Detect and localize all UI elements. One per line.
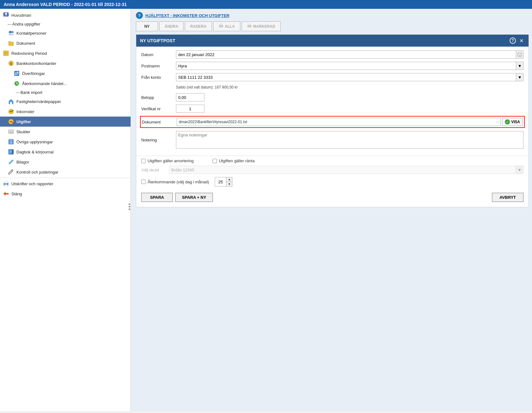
svg-rect-4 — [3, 51, 9, 56]
sidebar-label-redovisning: Redovisning Period — [11, 51, 47, 56]
datum-input[interactable] — [176, 50, 516, 59]
spinner-down-button[interactable]: ▼ — [226, 182, 232, 186]
sidebar-label-dagbok: Dagbok & körjournal — [16, 150, 54, 154]
recurring-checkbox-item[interactable]: Återkommande (välj dag i månad) — [141, 180, 209, 184]
notering-row: Notering — [141, 131, 523, 149]
sidebar-item-stang[interactable]: Stäng — [0, 189, 131, 199]
radera-button[interactable]: RADERA — [185, 21, 212, 31]
postnamn-input[interactable] — [176, 62, 516, 70]
dialog-header-buttons: ? ✕ — [510, 37, 525, 44]
sidebar-item-bilagor[interactable]: Bilagor — [0, 157, 131, 167]
andra-button[interactable]: ÄNDRA — [159, 21, 184, 31]
dokument-label: Dokument — [142, 120, 177, 124]
amortering-checkbox-item[interactable]: Utgiften gäller amortering — [141, 158, 194, 163]
sidebar-item-dagbok[interactable]: Dagbok & körjournal — [0, 147, 131, 157]
svg-rect-35 — [220, 24, 222, 26]
dokument-value: dman2022\Bankfiler\Hyresavi2022-01.txt — [177, 119, 496, 125]
sidebar-item-ovriga[interactable]: Övriga upplysningar — [0, 137, 131, 147]
sidebar-label-utgifter: Utgifter — [16, 119, 31, 124]
ny-button[interactable]: NY — [136, 21, 158, 31]
svg-rect-19 — [9, 132, 11, 133]
sidebar-item-kontaktpersoner[interactable]: Kontaktpersoner — [0, 28, 131, 38]
dialog-panel: NY UTGIFTPOST ? ✕ Datum 12 — [136, 34, 529, 207]
spara-ny-button[interactable]: SPARA + NY — [175, 193, 213, 202]
sidebar-label-kontroll: Kontroll och justeringar — [16, 170, 58, 175]
svg-rect-38 — [248, 24, 251, 26]
dokument-row: Dokument dman2022\Bankfiler\Hyresavi2022… — [140, 116, 525, 128]
svg-point-32 — [7, 183, 8, 184]
sidebar-label-kontaktpersoner: Kontaktpersoner — [16, 31, 46, 36]
svg-rect-31 — [4, 185, 8, 186]
visa-check-icon — [505, 119, 510, 124]
datum-control: 12 — [176, 50, 523, 59]
dialog-close-button[interactable]: ✕ — [518, 37, 525, 44]
svg-rect-23 — [11, 142, 11, 144]
svg-marker-33 — [3, 192, 9, 196]
print-markerad-icon — [247, 23, 252, 29]
sidebar-item-utgifter[interactable]: Utgifter — [0, 117, 131, 127]
help-circle-icon: ? — [136, 12, 143, 19]
dialog-header: NY UTGIFTPOST ? ✕ — [136, 35, 529, 47]
checkbox-section: Utgiften gäller amortering Utgiften gäll… — [136, 156, 529, 193]
sidebar-label-skulder: Skulder — [16, 129, 30, 134]
sidebar-item-overforingar[interactable]: Överföringar — [0, 68, 131, 78]
fran-konto-input[interactable] — [176, 73, 516, 81]
bottom-buttons: SPARA SPARA + NY AVBRYT — [136, 193, 529, 207]
alla-button[interactable]: ALLA — [213, 21, 240, 31]
notering-textarea[interactable] — [176, 131, 523, 149]
sidebar-item-bankkonton[interactable]: $ Bankkonton/kontanter — [0, 58, 131, 68]
recurring-row: Återkommande (välj dag i månad) 25 ▲ ▼ — [141, 177, 523, 186]
svg-text:12: 12 — [519, 54, 521, 56]
visa-button[interactable]: VISA — [502, 118, 523, 126]
spara-button[interactable]: SPARA — [141, 193, 173, 202]
recurring-icon — [13, 80, 20, 87]
sidebar-item-redovisning[interactable]: Redovisning Period — [0, 48, 131, 58]
info-icon — [8, 138, 15, 145]
fran-konto-dropdown-button[interactable]: ▼ — [516, 73, 523, 81]
ranta-checkbox[interactable] — [213, 159, 217, 163]
spinner-up-button[interactable]: ▲ — [226, 177, 232, 182]
sidebar-item-huvudman[interactable]: Huvudman — [0, 10, 131, 20]
postnamn-dropdown-button[interactable]: ▼ — [516, 62, 523, 70]
sidebar-item-andra-uppgifter[interactable]: — Ändra uppgifter — [0, 20, 131, 28]
belopp-control — [176, 93, 523, 101]
dokument-ellipsis: ··· — [496, 120, 500, 124]
sidebar-item-utskrifter[interactable]: Utskrifter och rapporter — [0, 179, 131, 189]
dialog-body: Datum 12 Postnamn — [136, 47, 529, 156]
transfer-icon — [13, 70, 20, 77]
bank-icon: $ — [8, 60, 15, 67]
recurring-checkbox[interactable] — [141, 180, 146, 184]
verifikat-input[interactable] — [176, 105, 204, 113]
close-nav-icon — [3, 190, 9, 197]
avbryt-button[interactable]: AVBRYT — [492, 193, 523, 202]
verifikat-control — [176, 105, 523, 113]
datum-calendar-button[interactable]: 12 — [516, 50, 523, 59]
sidebar-label-inkomster: Inkomster — [16, 109, 34, 114]
sidebar-item-inkomster[interactable]: Inkomster — [0, 106, 131, 117]
belopp-label: Belopp — [141, 95, 176, 100]
ranta-checkbox-item[interactable]: Utgiften gäller ränta — [213, 158, 254, 163]
book-icon — [8, 148, 15, 155]
svg-point-3 — [11, 31, 14, 33]
sidebar-item-bank-import[interactable]: — Bank import — [0, 89, 131, 96]
sidebar-item-fastigheter[interactable]: Fastigheter/värdepapper — [0, 96, 131, 106]
svg-rect-25 — [12, 149, 14, 154]
svg-rect-10 — [14, 71, 19, 76]
svg-rect-17 — [9, 130, 14, 134]
sidebar-label-ovriga: Övriga upplysningar — [16, 140, 53, 144]
fran-konto-control: ▼ — [176, 73, 523, 81]
recurring-spinner: 25 ▲ ▼ — [215, 177, 232, 186]
markerad-button[interactable]: MARKERAD — [242, 21, 281, 31]
saldo-control: Saldo (vid valt datum): 167 900,50 kr — [176, 84, 523, 90]
sidebar-item-skulder[interactable]: Skulder — [0, 127, 131, 137]
sidebar-item-aterkommande[interactable]: Återkommande händel... — [0, 78, 131, 89]
amortering-checkbox[interactable] — [141, 159, 146, 163]
svg-rect-39 — [248, 26, 251, 28]
help-link[interactable]: HJÄLPTEXT - INKOMSTER OCH UTGIFTER — [145, 13, 230, 18]
verifikat-row: Verifikat nr — [141, 105, 523, 113]
fran-konto-row: Från konto ▼ — [141, 73, 523, 81]
belopp-input[interactable] — [176, 93, 204, 101]
sidebar-item-dokument[interactable]: Dokument — [0, 38, 131, 48]
sidebar-item-kontroll[interactable]: Kontroll och justeringar — [0, 167, 131, 177]
dialog-help-button[interactable]: ? — [510, 37, 516, 44]
